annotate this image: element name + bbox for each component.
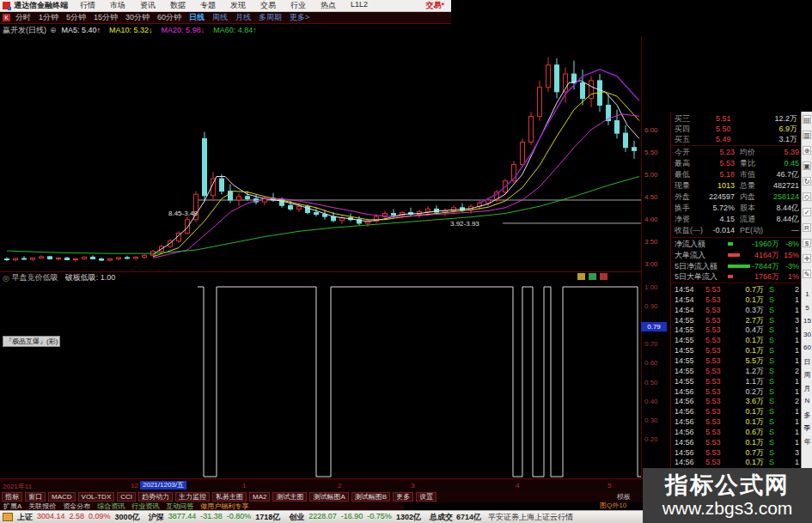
signal-axis-label: 0.60 xyxy=(644,359,658,367)
check-icon[interactable]: ✓ xyxy=(803,208,811,216)
tick-volume: 0.2万 xyxy=(728,386,764,397)
timeframe-30分钟[interactable]: 30分钟 xyxy=(125,12,150,23)
indicator-tab[interactable]: 主力监控 xyxy=(175,492,210,502)
tick-price: 5.53 xyxy=(705,437,721,447)
tick-direction: S xyxy=(769,376,774,386)
period-shortcut-多[interactable]: 多 xyxy=(802,410,812,420)
timeframe-多周期[interactable]: 多周期 xyxy=(259,12,282,23)
plus-circle-icon[interactable]: ⊕ xyxy=(803,146,811,155)
indicator-tab[interactable]: MA2 xyxy=(249,492,270,502)
period-shortcut-30[interactable]: 30 xyxy=(802,331,812,338)
subchart-mini-buttons[interactable] xyxy=(577,273,607,280)
app-logo-icon xyxy=(3,2,10,9)
menu-item[interactable]: 行情 xyxy=(80,0,95,11)
menu-item[interactable]: 市场 xyxy=(110,0,125,11)
indicator-tab[interactable]: 窗口 xyxy=(25,492,46,502)
period-shortcut-5[interactable]: 5 xyxy=(802,304,812,312)
menu-item[interactable]: 热点 xyxy=(321,0,336,11)
menu-item[interactable]: 发现 xyxy=(230,0,246,11)
mini-button-green[interactable] xyxy=(589,273,596,280)
main-candlestick-chart[interactable]: 8.45-3.483.92-3.93 xyxy=(0,36,641,271)
rsi-icon[interactable]: R xyxy=(803,223,811,232)
period-shortcut-周[interactable]: 周 xyxy=(802,370,812,380)
kline-icon[interactable]: K xyxy=(3,14,10,21)
index-quote[interactable]: 沪深3877.44-31.38-0.80%1718亿 xyxy=(149,512,281,523)
date-mark: 5 xyxy=(607,482,611,490)
menu-item[interactable]: 行业 xyxy=(290,0,306,11)
indicator-tab[interactable]: 趋势动力 xyxy=(138,492,173,502)
tick-volume: 5.5万 xyxy=(728,356,764,366)
period-shortcut-15[interactable]: 15 xyxy=(802,317,812,325)
period-shortcut-1[interactable]: 1 xyxy=(802,290,812,298)
list-icon[interactable]: ▤ xyxy=(803,115,811,124)
tick-price: 5.53 xyxy=(705,295,721,305)
drawing-tool-tag[interactable]: 『极品互爆』(彩) xyxy=(3,336,60,347)
fund-value: -7844万 xyxy=(743,261,779,271)
plus-circle-icon[interactable]: ⊕ xyxy=(50,26,57,34)
timeframe-周线[interactable]: 周线 xyxy=(212,12,228,23)
index-quote[interactable]: 上证3004.142.580.09%3000亿 xyxy=(17,512,140,523)
timeframe-更多>[interactable]: 更多> xyxy=(290,12,309,23)
trade-link[interactable]: 交易* xyxy=(425,0,444,11)
timeframe-日线[interactable]: 日线 xyxy=(189,12,205,23)
svg-text:3.92-3.93: 3.92-3.93 xyxy=(450,220,479,228)
indicator-tab[interactable]: 更多 xyxy=(393,492,413,502)
timeframe-分时[interactable]: 分时 xyxy=(15,12,31,23)
menu-item[interactable]: 数据 xyxy=(170,0,186,11)
timeframe-1分钟[interactable]: 1分钟 xyxy=(39,12,58,23)
tick-time: 14:56 xyxy=(675,457,694,467)
bid-price: 5.49 xyxy=(716,134,731,144)
menu-item[interactable]: 资讯 xyxy=(140,0,156,11)
timeframe-15分钟[interactable]: 15分钟 xyxy=(94,12,118,23)
period-shortcut-季[interactable]: 季 xyxy=(802,423,812,433)
refresh-icon[interactable]: ↻ xyxy=(803,177,811,185)
menu-item[interactable]: 专题 xyxy=(200,0,216,11)
indicator-tab[interactable]: 测试主图 xyxy=(272,492,307,502)
tick-count: 2 xyxy=(795,396,799,406)
folder-icon[interactable] xyxy=(3,513,13,521)
indicator-tab[interactable]: 测试幅图A xyxy=(309,492,348,502)
tick-volume: 0.1万 xyxy=(728,295,764,305)
tick-time: 14:56 xyxy=(675,437,694,447)
indicator-tab[interactable]: 私募主图 xyxy=(212,492,247,502)
menu-item[interactable]: L1L2 xyxy=(351,0,368,11)
menu-bar: 通达信金融终端 行情市场资讯数据专题发现交易行业热点L1L2 交易* xyxy=(0,0,451,12)
fund-bar xyxy=(728,275,733,278)
diamond-icon[interactable]: ◇ xyxy=(803,192,811,201)
period-shortcut-60[interactable]: 60 xyxy=(802,344,812,351)
period-shortcut-月[interactable]: 月 xyxy=(802,384,812,393)
signal-indicator-chart[interactable] xyxy=(0,283,641,478)
dollar-icon[interactable]: $ xyxy=(803,239,811,247)
timeframe-5分钟[interactable]: 5分钟 xyxy=(66,12,86,23)
indicator-tab[interactable]: VOL-TDX xyxy=(78,492,115,502)
indicator-tab[interactable]: 设置 xyxy=(416,492,437,502)
mini-button-yellow[interactable] xyxy=(577,273,585,280)
indicator-tab[interactable]: CCI xyxy=(117,492,136,502)
ma-label: MA5: 5.40↑ xyxy=(62,26,101,34)
signal-current-value: 0.79 xyxy=(641,322,667,331)
tick-count: 1 xyxy=(795,295,799,305)
index-quote[interactable]: 创业2228.07-16.90-0.75%1302亿 xyxy=(289,512,421,523)
period-shortcut-N[interactable]: N xyxy=(802,397,812,404)
tick-row: 14:555.530.4万S1 xyxy=(671,325,801,335)
indicator-tab[interactable]: MACD xyxy=(48,492,76,502)
timeframe-60分钟[interactable]: 60分钟 xyxy=(157,12,181,23)
indicator-tab[interactable]: 测试幅图B xyxy=(351,492,390,502)
index-pct: -0.75% xyxy=(367,512,392,523)
date-mark: 3 xyxy=(411,482,414,490)
tick-count: 1 xyxy=(795,386,799,397)
move-icon[interactable]: ✛ xyxy=(803,254,811,263)
stat-value: 4.15 xyxy=(697,214,735,224)
bid-price: 5.51 xyxy=(716,113,731,124)
period-shortcut-年[interactable]: 年 xyxy=(802,437,812,447)
menu-item[interactable]: 交易 xyxy=(260,0,276,11)
mini-button-red[interactable] xyxy=(600,273,607,280)
subchart-header: ◎ 早盘竞价低吸 破板低吸: 1.00 xyxy=(0,272,641,283)
period-shortcut-日[interactable]: 日 xyxy=(802,357,812,367)
note-icon[interactable]: ▥ xyxy=(803,131,811,139)
indicator-tab[interactable]: 指标 xyxy=(2,492,22,502)
pen-icon[interactable]: ✎ xyxy=(803,270,811,278)
photo-icon[interactable]: ▣ xyxy=(803,161,811,170)
timeframe-月线[interactable]: 月线 xyxy=(235,12,251,23)
subchart-indicator-name[interactable]: 早盘竞价低吸 xyxy=(12,272,58,283)
